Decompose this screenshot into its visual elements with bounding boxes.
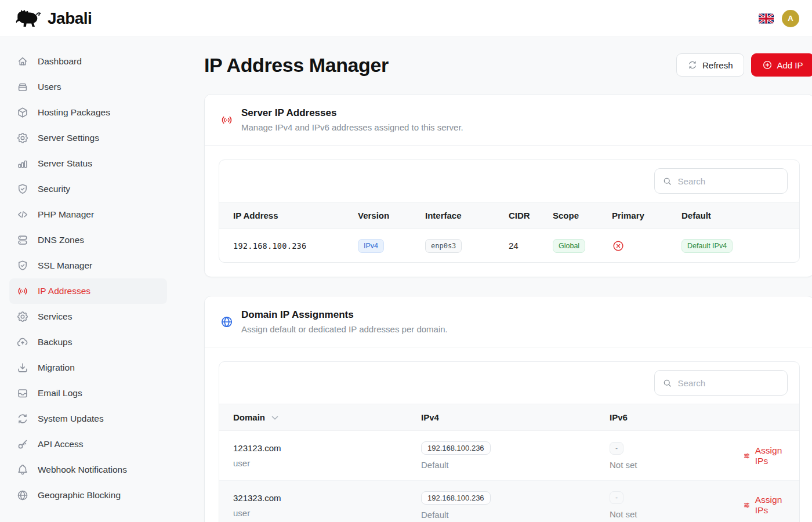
code-icon xyxy=(16,208,29,221)
ipv6-cell: - Not set xyxy=(610,491,743,519)
ip-address-value: 192.168.100.236 xyxy=(233,241,358,251)
assign-ips-button[interactable]: Assign IPs xyxy=(743,495,785,516)
sidebar-item-dashboard[interactable]: Dashboard xyxy=(9,49,167,74)
refresh-button[interactable]: Refresh xyxy=(676,53,744,77)
sidebar-item-users[interactable]: Users xyxy=(9,74,167,100)
page-head: IP Address Manager Refresh Add IP xyxy=(204,53,812,77)
inbox-icon xyxy=(16,387,29,400)
server-ips-table-header: IP Address Version Interface CIDR Scope … xyxy=(219,202,799,229)
sidebar-item-geographic-blocking[interactable]: Geographic Blocking xyxy=(9,483,167,508)
avatar[interactable]: A xyxy=(782,10,799,27)
card-subtitle: Assign default or dedicated IP addresses… xyxy=(241,324,448,334)
brand[interactable]: Jabali xyxy=(10,8,92,30)
default-cell: Default IPv4 xyxy=(682,239,785,253)
domain-ips-search-input[interactable] xyxy=(678,378,780,388)
domain-ips-toolbar xyxy=(219,362,799,404)
table-row: 321323.com user 192.168.100.236 Default … xyxy=(219,480,799,522)
server-ips-panel: IP Address Version Interface CIDR Scope … xyxy=(219,160,800,263)
search-icon xyxy=(662,378,673,389)
sidebar-item-label: Security xyxy=(38,184,70,194)
domain-name: 321323.com xyxy=(233,493,421,503)
language-flag-button[interactable] xyxy=(759,13,774,24)
sidebar-item-security[interactable]: Security xyxy=(9,176,167,202)
sidebar-item-label: Webhook Notifications xyxy=(38,465,127,475)
sidebar-item-label: SSL Manager xyxy=(38,260,92,271)
card-title: Domain IP Assignments xyxy=(241,309,448,321)
sidebar-item-label: Hosting Packages xyxy=(38,107,110,118)
ipv6-note: Not set xyxy=(610,509,743,519)
server-ips-search-input[interactable] xyxy=(678,176,780,186)
gear-icon xyxy=(16,310,29,323)
boar-logo-icon xyxy=(10,8,43,30)
gear-icon xyxy=(16,132,29,144)
drawer-icon xyxy=(16,81,29,93)
server-ips-toolbar xyxy=(219,160,799,202)
interface-badge: enp0s3 xyxy=(425,239,462,253)
domain-ips-panel: Domain IPv4 IPv6 123123.com user 192. xyxy=(219,361,800,522)
domain-owner: user xyxy=(233,508,421,518)
ipv6-cell: - Not set xyxy=(610,442,743,470)
server-ips-card-heading: Server IP Addresses Manage IPv4 and IPv6… xyxy=(241,107,463,132)
scope-cell: Global xyxy=(553,239,612,253)
sidebar-item-php-manager[interactable]: PHP Manager xyxy=(9,202,167,227)
column-header-domain[interactable]: Domain xyxy=(233,411,421,424)
refresh-icon xyxy=(16,412,29,425)
sidebar-item-server-status[interactable]: Server Status xyxy=(9,151,167,176)
sidebar-item-ip-addresses[interactable]: IP Addresses xyxy=(9,278,167,304)
assign-ips-button[interactable]: Assign IPs xyxy=(743,445,785,466)
page-actions: Refresh Add IP xyxy=(676,53,812,77)
sidebar-item-label: Services xyxy=(38,311,72,322)
domain-ips-search-box xyxy=(654,370,788,396)
sidebar-item-label: Users xyxy=(38,82,61,92)
sliders-icon xyxy=(743,500,751,510)
column-header-cidr: CIDR xyxy=(509,211,553,220)
sidebar-item-webhook-notifications[interactable]: Webhook Notifications xyxy=(9,457,167,483)
sidebar-item-label: Server Status xyxy=(38,158,92,169)
column-header-ipv4: IPv4 xyxy=(421,412,610,422)
sidebar-item-api-access[interactable]: API Access xyxy=(9,432,167,457)
sidebar-item-ssl-manager[interactable]: SSL Manager xyxy=(9,253,167,278)
sidebar-item-hosting-packages[interactable]: Hosting Packages xyxy=(9,100,167,125)
server-ips-card-header: Server IP Addresses Manage IPv4 and IPv6… xyxy=(205,95,812,146)
sidebar-item-migration[interactable]: Migration xyxy=(9,355,167,380)
sidebar-item-dns-zones[interactable]: DNS Zones xyxy=(9,227,167,253)
server-ips-search-box xyxy=(654,168,788,194)
download-icon xyxy=(16,361,29,374)
add-ip-button[interactable]: Add IP xyxy=(751,53,812,77)
ipv4-note: Default xyxy=(421,460,610,470)
cloud-upload-icon xyxy=(16,336,29,349)
sidebar-item-backups[interactable]: Backups xyxy=(9,329,167,355)
sidebar-item-server-settings[interactable]: Server Settings xyxy=(9,125,167,151)
shield-check-icon xyxy=(16,183,29,195)
search-icon xyxy=(662,176,673,187)
globe-icon xyxy=(220,315,234,329)
sidebar-item-system-updates[interactable]: System Updates xyxy=(9,406,167,432)
column-header-primary: Primary xyxy=(612,211,682,220)
scope-badge: Global xyxy=(553,239,585,253)
column-header-domain-label: Domain xyxy=(233,412,265,422)
version-cell: IPv4 xyxy=(358,239,425,253)
sidebar-item-label: Backups xyxy=(38,337,72,347)
domain-owner: user xyxy=(233,458,421,468)
brand-name: Jabali xyxy=(48,9,92,28)
sidebar-item-email-logs[interactable]: Email Logs xyxy=(9,380,167,406)
column-header-version: Version xyxy=(358,211,425,220)
sidebar-item-label: DNS Zones xyxy=(38,235,84,245)
ipv4-cell: 192.168.100.236 Default xyxy=(421,491,610,520)
ipv6-chip: - xyxy=(610,442,624,455)
sidebar-item-label: IP Addresses xyxy=(38,286,90,296)
ipv4-chip: 192.168.100.236 xyxy=(421,441,491,455)
sidebar-item-label: Server Settings xyxy=(38,133,99,143)
package-icon xyxy=(16,106,29,119)
plus-circle-icon xyxy=(762,60,773,70)
column-header-ipv6: IPv6 xyxy=(610,412,743,422)
server-stack-icon xyxy=(16,234,29,246)
sidebar-item-services[interactable]: Services xyxy=(9,304,167,329)
sidebar-item-label: Migration xyxy=(38,362,75,373)
default-ipv4-badge: Default IPv4 xyxy=(682,239,733,253)
domain-ips-card-header: Domain IP Assignments Assign default or … xyxy=(205,296,812,347)
x-circle-icon xyxy=(612,240,625,252)
broadcast-icon xyxy=(220,113,234,127)
sidebar-item-label: PHP Manager xyxy=(38,209,94,220)
domain-cell: 321323.com user xyxy=(233,493,421,518)
